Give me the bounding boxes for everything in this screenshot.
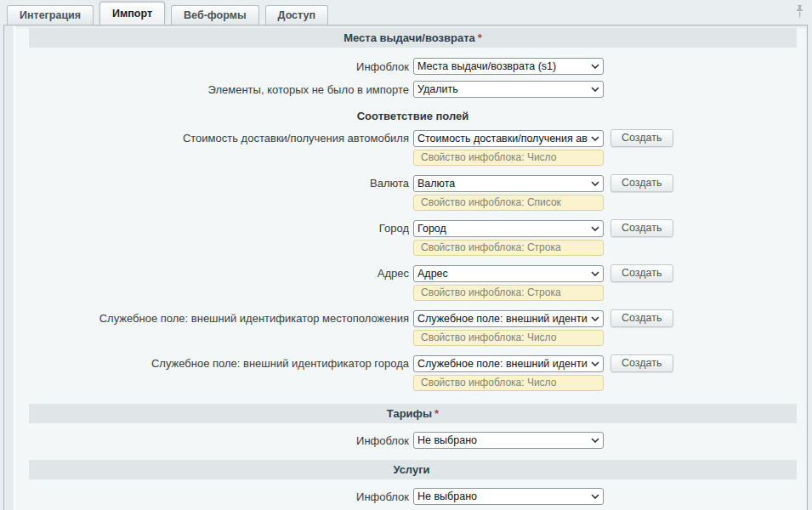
mapping-select-location-external-id[interactable]: Служебное поле: внешний идентификатор ме… (413, 310, 604, 327)
mapping-select-city[interactable]: Город (413, 220, 604, 237)
tab-bar: Интеграция Импорт Веб-формы Доступ (0, 0, 812, 25)
panel-left-gutter (4, 26, 15, 510)
create-button[interactable]: Создать (610, 309, 673, 327)
field-label: Адрес (29, 267, 409, 280)
tab-access[interactable]: Доступ (265, 5, 328, 25)
form-row-tariffs-infoblock: Инфоблок Не выбрано (29, 432, 797, 449)
mapping-row-location-external-id: Служебное поле: внешний идентификатор ме… (29, 309, 797, 327)
mapping-row-currency: Валюта Валюта Создать (29, 174, 797, 192)
mapping-note-row: Свойство инфоблока: Строка (29, 240, 797, 256)
section-header-places: Места выдачи/возврата* (29, 28, 797, 48)
missing-elements-select[interactable]: Удалить (413, 81, 604, 98)
form-row-infoblock: Инфоблок Места выдачи/возврата (s1) (29, 58, 797, 75)
mapping-note-row: Свойство инфоблока: Число (29, 375, 797, 391)
pushpin-icon[interactable] (794, 4, 805, 19)
create-button[interactable]: Создать (610, 354, 673, 372)
field-label: Инфоблок (29, 60, 409, 73)
infoblock-property-note: Свойство инфоблока: Число (413, 330, 604, 346)
form-row-missing-elements: Элементы, которых не было в импорте Удал… (29, 81, 797, 98)
infoblock-property-note: Свойство инфоблока: Строка (413, 240, 604, 256)
tab-integration[interactable]: Интеграция (7, 5, 94, 25)
mapping-note-row: Свойство инфоблока: Число (29, 150, 797, 166)
mapping-note-row: Свойство инфоблока: Число (29, 330, 797, 346)
form-row-services-infoblock: Инфоблок Не выбрано (29, 488, 797, 505)
section-title: Тарифы (387, 407, 432, 420)
tab-import[interactable]: Импорт (99, 2, 165, 25)
mapping-row-city-external-id: Служебное поле: внешний идентификатор го… (29, 354, 797, 372)
mapping-note-row: Свойство инфоблока: Строка (29, 285, 797, 301)
required-mark: * (478, 31, 482, 44)
infoblock-property-note: Свойство инфоблока: Список (413, 195, 604, 211)
create-button[interactable]: Создать (610, 219, 673, 237)
infoblock-property-note: Свойство инфоблока: Число (413, 150, 604, 166)
import-settings-panel: Места выдачи/возврата* Инфоблок Места вы… (3, 25, 808, 510)
field-label: Служебное поле: внешний идентификатор ме… (29, 312, 409, 325)
field-label: Инфоблок (29, 490, 409, 503)
mapping-select-currency[interactable]: Валюта (413, 175, 604, 192)
import-settings-form: Места выдачи/возврата* Инфоблок Места вы… (17, 26, 807, 505)
section-header-tariffs: Тарифы* (29, 404, 797, 423)
mapping-row-city: Город Город Создать (29, 219, 797, 237)
services-infoblock-select[interactable]: Не выбрано (413, 488, 604, 505)
field-mapping-subheader: Соответствие полей (29, 110, 797, 122)
mapping-select-address[interactable]: Адрес (413, 265, 604, 282)
field-label: Служебное поле: внешний идентификатор го… (29, 357, 409, 370)
section-title: Места выдачи/возврата (344, 31, 475, 44)
mapping-note-row: Свойство инфоблока: Список (29, 195, 797, 211)
field-label: Валюта (29, 177, 409, 190)
create-button[interactable]: Создать (610, 174, 673, 192)
section-header-services: Услуги (29, 460, 797, 479)
infoblock-select[interactable]: Места выдачи/возврата (s1) (413, 58, 604, 75)
section-title: Услуги (393, 463, 429, 476)
field-label: Инфоблок (29, 434, 409, 447)
create-button[interactable]: Создать (610, 264, 673, 282)
field-label: Стоимость доставки/получения автомобиля (29, 132, 409, 144)
mapping-select-delivery-cost[interactable]: Стоимость доставки/получения автомобиля (413, 130, 604, 147)
create-button[interactable]: Создать (610, 129, 673, 147)
infoblock-property-note: Свойство инфоблока: Число (413, 375, 604, 391)
field-label: Город (29, 222, 409, 235)
field-label: Элементы, которых не было в импорте (29, 83, 409, 96)
tariffs-infoblock-select[interactable]: Не выбрано (413, 432, 604, 449)
mapping-row-delivery-cost: Стоимость доставки/получения автомобиля … (29, 129, 797, 147)
tab-web-forms[interactable]: Веб-формы (171, 5, 259, 25)
mapping-row-address: Адрес Адрес Создать (29, 264, 797, 282)
mapping-select-city-external-id[interactable]: Служебное поле: внешний идентификатор го… (413, 355, 604, 372)
required-mark: * (434, 407, 439, 420)
infoblock-property-note: Свойство инфоблока: Строка (413, 285, 604, 301)
